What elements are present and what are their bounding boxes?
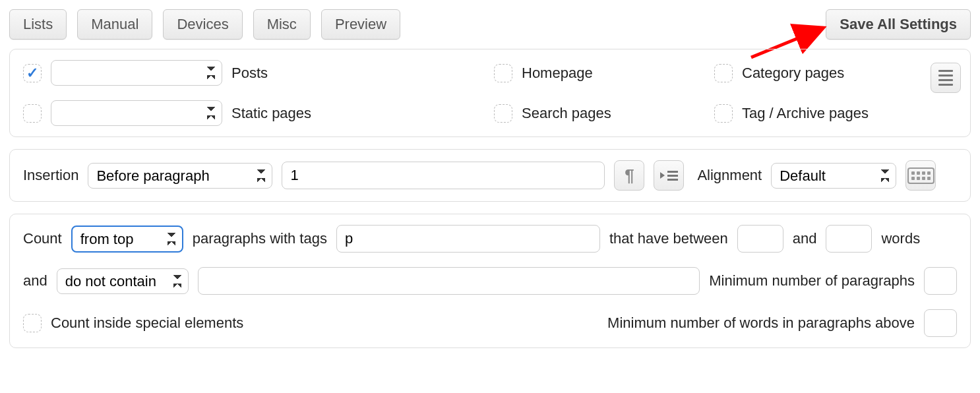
homepage-label: Homepage <box>522 65 593 82</box>
static-pages-select[interactable] <box>51 100 222 126</box>
devices-button[interactable]: Devices <box>163 9 242 40</box>
homepage-checkbox[interactable] <box>494 64 512 82</box>
category-pages-checkbox[interactable] <box>714 64 733 82</box>
save-all-settings-button[interactable]: Save All Settings <box>826 9 971 40</box>
count-direction-select[interactable]: from top <box>71 226 183 253</box>
alignment-label: Alignment <box>697 167 762 184</box>
static-pages-label: Static pages <box>231 105 311 122</box>
search-pages-label: Search pages <box>522 105 611 122</box>
paragraphs-with-tags-label: paragraphs with tags <box>193 230 327 247</box>
indent-icon <box>660 171 678 181</box>
search-pages-checkbox[interactable] <box>494 104 512 123</box>
keyboard-button[interactable] <box>905 160 936 191</box>
and-label-2: and <box>23 272 47 289</box>
insertion-panel: Insertion Before paragraph ¶ Alignment D… <box>9 149 971 202</box>
tag-archive-label: Tag / Archive pages <box>742 105 869 122</box>
tags-input[interactable] <box>336 225 600 253</box>
count-inside-label: Count inside special elements <box>51 315 243 332</box>
toolbar: Lists Manual Devices Misc Preview Save A… <box>9 9 971 40</box>
alignment-select[interactable]: Default <box>771 163 896 189</box>
manual-button[interactable]: Manual <box>77 9 152 40</box>
count-panel: Count from top paragraphs with tags that… <box>9 214 971 348</box>
category-pages-label: Category pages <box>742 65 844 82</box>
contain-mode-select[interactable]: do not contain <box>57 268 189 294</box>
min-words-above-input[interactable] <box>924 309 957 337</box>
min-words-above-label: Minimum number of words in paragraphs ab… <box>607 315 915 332</box>
indent-options-button[interactable] <box>654 160 684 191</box>
toggle-details-button[interactable] <box>931 63 961 93</box>
count-inside-checkbox[interactable] <box>23 314 42 332</box>
posts-select[interactable] <box>51 60 222 86</box>
min-paragraphs-input[interactable] <box>924 267 957 295</box>
static-pages-checkbox[interactable] <box>23 104 42 123</box>
that-have-between-label: that have between <box>609 230 728 247</box>
min-words-input[interactable] <box>737 225 783 253</box>
tag-archive-checkbox[interactable] <box>714 104 733 123</box>
contain-text-input[interactable] <box>198 267 700 295</box>
max-words-input[interactable] <box>826 225 872 253</box>
posts-label: Posts <box>231 65 268 82</box>
words-label: words <box>881 230 920 247</box>
insertion-mode-select[interactable]: Before paragraph <box>88 163 272 189</box>
and-label-1: and <box>793 230 817 247</box>
lists-button[interactable]: Lists <box>9 9 67 40</box>
insertion-value-input[interactable] <box>282 162 605 189</box>
placement-panel: Posts Homepage Category pages Static pag… <box>9 49 971 137</box>
count-label: Count <box>23 230 62 247</box>
preview-button[interactable]: Preview <box>321 9 400 40</box>
min-paragraphs-label: Minimum number of paragraphs <box>709 272 915 289</box>
paragraph-options-button[interactable]: ¶ <box>614 160 644 191</box>
posts-checkbox[interactable] <box>23 64 42 82</box>
menu-icon <box>938 70 953 86</box>
pilcrow-icon: ¶ <box>625 166 634 186</box>
insertion-label: Insertion <box>23 167 78 184</box>
misc-button[interactable]: Misc <box>253 9 311 40</box>
keyboard-icon <box>907 167 934 184</box>
